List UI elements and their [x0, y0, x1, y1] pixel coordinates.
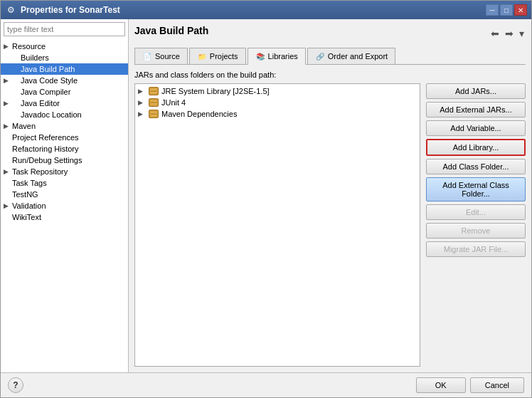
jar-expand-arrow: ▶ — [138, 99, 148, 106]
jar-icon — [148, 86, 159, 96]
main-panel: Java Build Path ⬅ ➡ ▾ 📄 Source 📁 Project… — [129, 19, 531, 372]
sidebar-item-run-debug-settings[interactable]: Run/Debug Settings — [1, 155, 128, 166]
jar-icon — [148, 109, 159, 119]
nav-forward-button[interactable]: ➡ — [504, 26, 515, 41]
panel-body: ▶ JRE System Library [J2SE-1.5] ▶ JUni — [134, 83, 526, 367]
expand-arrow: ▶ — [4, 100, 12, 107]
sidebar-item-project-references[interactable]: Project References — [1, 132, 128, 143]
description-text: JARs and class folders on the build path… — [134, 70, 526, 79]
sidebar-item-wikitext[interactable]: WikiText — [1, 211, 128, 223]
panel-title: Java Build Path — [134, 25, 208, 36]
tab-projects[interactable]: 📁 Projects — [189, 48, 246, 64]
tab-projects-label: Projects — [210, 52, 238, 61]
libraries-tab-icon: 📚 — [255, 51, 265, 61]
add-class-folder-button[interactable]: Add Class Folder... — [426, 159, 526, 174]
close-button[interactable]: ✕ — [514, 4, 527, 16]
window-title: Properties for SonarTest — [21, 5, 486, 15]
sidebar-item-javadoc-location[interactable]: Javadoc Location — [1, 109, 128, 120]
tab-order-export[interactable]: 🔗 Order and Export — [307, 48, 395, 64]
action-buttons-panel: Add JARs... Add External JARs... Add Var… — [426, 83, 526, 367]
expand-arrow: ▶ — [4, 77, 12, 84]
edit-button[interactable]: Edit... — [426, 204, 526, 220]
sidebar-item-maven[interactable]: ▶ Maven — [1, 120, 128, 132]
add-jars-button[interactable]: Add JARs... — [426, 83, 526, 99]
content-area: ▶ Resource Builders Java Build Path ▶ Ja… — [1, 19, 531, 372]
help-button[interactable]: ? — [8, 377, 23, 393]
jar-list-container: ▶ JRE System Library [J2SE-1.5] ▶ JUni — [134, 83, 420, 367]
sidebar-item-java-code-style[interactable]: ▶ Java Code Style — [1, 75, 128, 86]
list-item[interactable]: ▶ JUnit 4 — [137, 97, 418, 108]
add-library-button[interactable]: Add Library... — [426, 139, 526, 156]
footer-bar: ? OK Cancel — [1, 372, 531, 397]
panel-header: Java Build Path ⬅ ➡ ▾ — [134, 25, 526, 42]
maximize-button[interactable]: □ — [500, 4, 513, 16]
add-external-class-folder-button[interactable]: Add External Class Folder... — [426, 177, 526, 201]
tab-source[interactable]: 📄 Source — [134, 48, 188, 64]
sidebar-item-java-build-path[interactable]: Java Build Path — [1, 63, 128, 75]
jar-list[interactable]: ▶ JRE System Library [J2SE-1.5] ▶ JUni — [134, 83, 420, 367]
jar-expand-arrow: ▶ — [138, 88, 148, 95]
sidebar-item-validation[interactable]: ▶ Validation — [1, 200, 128, 211]
sidebar-item-builders[interactable]: Builders — [1, 52, 128, 63]
cancel-button[interactable]: Cancel — [470, 377, 524, 393]
expand-arrow: ▶ — [4, 122, 12, 130]
add-external-jars-button[interactable]: Add External JARs... — [426, 102, 526, 117]
title-bar: ⚙ Properties for SonarTest ─ □ ✕ — [1, 1, 531, 19]
dialog-window: ⚙ Properties for SonarTest ─ □ ✕ ▶ Resou… — [0, 0, 532, 398]
nav-back-button[interactable]: ⬅ — [489, 26, 501, 41]
sidebar-tree: ▶ Resource Builders Java Build Path ▶ Ja… — [1, 39, 128, 372]
jar-item-label: Maven Dependencies — [161, 110, 237, 118]
sidebar-item-testng[interactable]: TestNG — [1, 189, 128, 200]
tab-order-export-label: Order and Export — [328, 52, 388, 61]
expand-arrow: ▶ — [4, 168, 12, 175]
tab-source-label: Source — [155, 52, 180, 61]
remove-button[interactable]: Remove — [426, 223, 526, 239]
sidebar-item-task-repository[interactable]: ▶ Task Repository — [1, 166, 128, 177]
list-item[interactable]: ▶ Maven Dependencies — [137, 108, 418, 120]
jar-item-label: JUnit 4 — [161, 98, 186, 107]
order-tab-icon: 🔗 — [315, 51, 325, 61]
sidebar-item-java-editor[interactable]: ▶ Java Editor — [1, 98, 128, 109]
add-variable-button[interactable]: Add Variable... — [426, 120, 526, 136]
tab-libraries-label: Libraries — [268, 52, 298, 61]
sidebar-item-task-tags[interactable]: Task Tags — [1, 177, 128, 189]
expand-arrow: ▶ — [4, 43, 12, 50]
migrate-jar-button[interactable]: Migrate JAR File... — [426, 241, 526, 257]
filter-input[interactable] — [4, 22, 125, 36]
projects-tab-icon: 📁 — [197, 51, 207, 61]
source-tab-icon: 📄 — [142, 51, 152, 61]
sidebar-item-resource[interactable]: ▶ Resource — [1, 41, 128, 52]
sidebar-item-refactoring-history[interactable]: Refactoring History — [1, 143, 128, 155]
window-controls: ─ □ ✕ — [486, 4, 527, 16]
sidebar-item-java-compiler[interactable]: Java Compiler — [1, 86, 128, 98]
tabs-bar: 📄 Source 📁 Projects 📚 Libraries 🔗 Order … — [134, 48, 526, 65]
window-icon: ⚙ — [5, 4, 16, 16]
minimize-button[interactable]: ─ — [486, 4, 499, 16]
list-item[interactable]: ▶ JRE System Library [J2SE-1.5] — [137, 85, 418, 97]
sidebar: ▶ Resource Builders Java Build Path ▶ Ja… — [1, 19, 129, 372]
jar-item-label: JRE System Library [J2SE-1.5] — [161, 87, 270, 95]
expand-arrow: ▶ — [4, 202, 12, 209]
ok-button[interactable]: OK — [416, 377, 466, 393]
tab-libraries[interactable]: 📚 Libraries — [248, 48, 306, 65]
jar-expand-arrow: ▶ — [138, 110, 148, 117]
nav-arrows: ⬅ ➡ ▾ — [489, 26, 526, 41]
jar-icon — [148, 98, 159, 108]
nav-dropdown-button[interactable]: ▾ — [518, 26, 526, 41]
